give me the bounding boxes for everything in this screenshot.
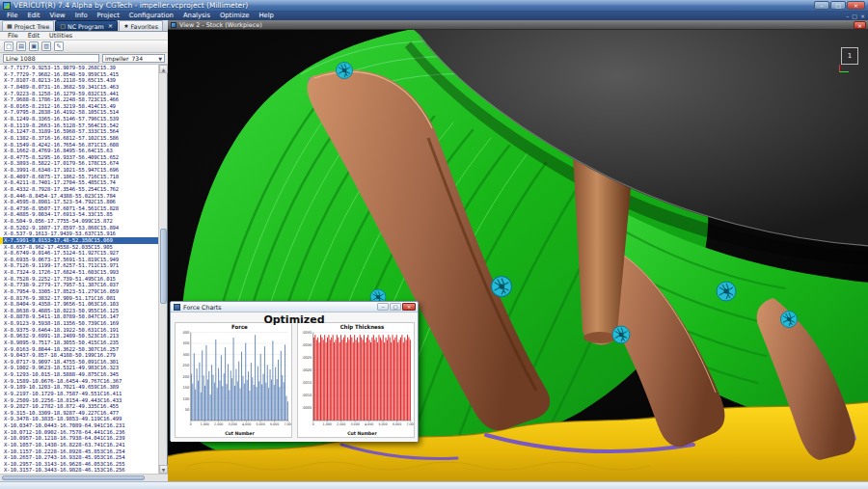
nc-line[interactable]: X-8.7738-9.2779-17.7957-51.387C16.037	[0, 282, 159, 288]
nc-menu-file[interactable]: File	[3, 32, 23, 40]
nc-line[interactable]: X-8.8638-9.4885-18.0223-50.955C16.125	[0, 308, 159, 314]
nc-line[interactable]: X-8.8176-9.3832-17.909-51.171C16.081	[0, 295, 159, 302]
nc-line[interactable]: X-8.4211-8.7401-17.2704-55.485C15.74	[0, 179, 159, 186]
nc-line[interactable]: X-7.9223-8.1258-16.1279-59.032C15.441	[0, 91, 159, 97]
menu-item-analysis[interactable]: Analysis	[178, 12, 215, 20]
nc-line[interactable]: X-10.0957-10.1218-16.7938-64.041C16.239	[0, 435, 159, 442]
nc-menu-utilities[interactable]: Utilities	[44, 32, 77, 40]
nc-horizontal-scrollbar[interactable]	[0, 474, 168, 481]
minimize-button[interactable]: –	[814, 1, 829, 10]
nc-line[interactable]: X-9.1293-10.015-18.5888-49.875C16.345	[0, 371, 159, 378]
nc-line[interactable]: X-8.8878-9.5411-18.0789-50.847C16.147	[0, 313, 159, 320]
nc-line[interactable]: X-9.1589-10.0676-18.6454-49.767C16.367	[0, 378, 159, 385]
nc-line[interactable]: X-8.446-8.8454-17.4388-55.023C15.784	[0, 193, 159, 200]
nc-line[interactable]: X-8.7126-9.1199-17.6257-51.711C15.971	[0, 262, 159, 269]
menu-item-project[interactable]: Project	[93, 12, 124, 20]
nc-line[interactable]: X-10.1157-10.2228-16.8928-45.853C16.254	[0, 448, 159, 455]
nc-line[interactable]: X-8.9632-9.6991-18.2489-50.523C16.213	[0, 333, 159, 340]
nc-line[interactable]: X-7.9795-8.2838-16.4192-58.105C15.514	[0, 109, 159, 116]
nc-line[interactable]: X-8.9123-9.5938-18.1356-50.739C16.169	[0, 320, 159, 327]
nc-line[interactable]: X-8.3991-8.6348-17.1021-55.947C15.696	[0, 167, 159, 174]
nc-line[interactable]: X-10.0347-10.0443-16.7089-64.941C16.231	[0, 422, 159, 429]
program-select[interactable]: impeller_734▼	[102, 54, 165, 63]
menu-item-file[interactable]: File	[2, 12, 22, 20]
menu-item-view[interactable]: View	[45, 12, 70, 20]
nc-line[interactable]: X-8.3893-8.5822-17.0179-56.178C15.674	[0, 160, 159, 167]
nc-line[interactable]: X-7.7177-9.9253-15.9079-59.268C15.39	[0, 65, 159, 71]
nc-line[interactable]: X-8.4097-8.6875-17.1862-55.716C15.718	[0, 174, 159, 180]
edit-icon[interactable]: ✎	[54, 41, 64, 51]
3d-scene[interactable]: 1 Force Charts – ▢ × Optimized 501001502…	[168, 30, 868, 481]
nc-line[interactable]: X-8.1662-8.4769-16.8495-56.64C15.63	[0, 148, 159, 154]
child-minimize-icon[interactable]: –	[846, 12, 849, 20]
chart-minimize-button[interactable]: –	[377, 303, 389, 311]
nc-line[interactable]: X-10.1057-10.1438-16.8228-63.741C16.241	[0, 442, 159, 448]
tab-close-icon[interactable]: ×	[108, 23, 113, 29]
new-file-icon[interactable]: ▢	[4, 41, 14, 51]
maximize-button[interactable]: ▢	[830, 1, 846, 10]
force-charts-window[interactable]: Force Charts – ▢ × Optimized 50100150200…	[170, 301, 419, 442]
scroll-up-icon[interactable]: ▲	[159, 65, 168, 73]
close-button[interactable]: ×	[847, 1, 865, 10]
nc-vertical-scrollbar[interactable]: ▲ ▼	[158, 65, 167, 474]
nc-line[interactable]: X-8.5202-9.1087-17.8597-53.868C15.894	[0, 225, 159, 231]
nc-line[interactable]: X-8.7954-9.3305-17.8523-51.279C16.059	[0, 288, 159, 295]
nc-line[interactable]: X-10.3157-10.3443-16.9828-46.153C16.256	[0, 467, 159, 474]
nc-line[interactable]: X-9.2197-10.1729-18.7587-49.551C16.411	[0, 391, 159, 397]
menu-item-edit[interactable]: Edit	[22, 12, 44, 20]
nc-line[interactable]: X-9.0717-9.9097-18.4755-50.091C16.301	[0, 359, 159, 366]
nc-line[interactable]: X-9.2827-10.2782-18.872-49.335C16.455	[0, 403, 159, 410]
save-icon[interactable]: ▣	[29, 41, 39, 51]
nc-line[interactable]: X-7.5901-9.0153-17.48-52.350C15.069	[0, 237, 159, 244]
menu-item-optimize[interactable]: Optimize	[215, 12, 254, 20]
nc-line[interactable]: X-9.3478-10.3835-18.9853-49.119C16.499	[0, 416, 159, 422]
nc-line[interactable]: X-8.537-9.1613-17.9439-53.637C15.916	[0, 231, 159, 237]
nc-line[interactable]: X-8.1382-8.3716-16.6812-57.102C15.586	[0, 135, 159, 142]
view-close-button[interactable]: ×	[854, 21, 866, 29]
nc-line[interactable]: X-8.1247-8.3189-16.5968-57.333C15.564	[0, 128, 159, 135]
nc-line[interactable]: X-9.2509-10.2256-18.8154-49.443C16.433	[0, 397, 159, 404]
nc-line[interactable]: X-7.9688-8.1786-16.2248-58.723C15.466	[0, 96, 159, 103]
nc-line[interactable]: X-9.1002-9.9623-18.5321-49.983C16.323	[0, 365, 159, 371]
child-restore-icon[interactable]: ▢	[852, 12, 857, 20]
nc-line[interactable]: X-7.7729-7.9682-16.0548-59.959C15.415	[0, 71, 159, 78]
tab-nc-program[interactable]: ▢NC Program×	[55, 20, 118, 31]
nc-line[interactable]: X-10.0712-10.0902-16.7578-64.441C16.236	[0, 429, 159, 436]
nc-line[interactable]: X-9.315-10.3309-18.9287-49.227C16.477	[0, 410, 159, 417]
view-titlebar[interactable]: View 2 - Stock (Workpiece) ×	[168, 20, 868, 30]
nc-line[interactable]: X-8.4775-8.5295-16.9337-56.409C15.652	[0, 154, 159, 161]
scroll-down-icon[interactable]: ▼	[159, 465, 168, 474]
nc-menu-edit[interactable]: Edit	[23, 32, 44, 40]
nc-line[interactable]: X-8.7528-9.2252-17.739-51.495C16.015	[0, 276, 159, 283]
tab-favorites[interactable]: ★Favorites	[119, 20, 163, 31]
nc-line[interactable]: X-8.504-9.056-17.7755-54.099C15.872	[0, 218, 159, 225]
nc-line[interactable]: X-8.1549-8.4242-16.7654-56.871C15.608	[0, 142, 159, 149]
app-titlebar[interactable]: VERICUT(R) 7.4 Alpha by CGTech - impelle…	[0, 0, 868, 12]
open-file-icon[interactable]: ▤	[16, 41, 26, 51]
tab-project-tree[interactable]: ▦Project Tree	[2, 20, 54, 31]
nc-line[interactable]: X-10.2657-10.2743-16.9328-45.953C16.254	[0, 454, 159, 461]
nc-line[interactable]: X-8.4595-8.8981-17.523-54.792C15.806	[0, 199, 159, 205]
goto-line-input[interactable]: Line 1088	[3, 54, 99, 63]
nc-line[interactable]: X-8.4885-9.0034-17.6913-54.33C15.85	[0, 211, 159, 218]
nc-line[interactable]: X-8.9895-9.7517-18.3055-50.415C16.235	[0, 340, 159, 346]
nc-line[interactable]: X-8.6749-9.0146-17.5124-51.927C15.927	[0, 250, 159, 257]
nc-line[interactable]: X-8.7324-9.1726-17.6824-51.603C15.993	[0, 269, 159, 276]
scrollbar-thumb[interactable]	[160, 229, 167, 304]
menu-item-configuration[interactable]: Configuration	[124, 12, 178, 20]
nc-line[interactable]: X-8.0165-8.2312-16.3219-58.414C15.49	[0, 103, 159, 110]
nc-line[interactable]: X-8.657-8.962-17.4558-52.035C15.905	[0, 244, 159, 251]
chart-maximize-button[interactable]: ▢	[390, 303, 401, 311]
nc-line[interactable]: X-8.4736-8.9507-17.6071-54.561C15.828	[0, 205, 159, 212]
nc-line[interactable]: X-9.0163-9.8044-18.3622-50.307C16.257	[0, 346, 159, 353]
nc-line[interactable]: X-9.189-10.1203-18.7021-49.659C16.389	[0, 384, 159, 391]
force-charts-titlebar[interactable]: Force Charts – ▢ ×	[171, 302, 418, 312]
nc-line[interactable]: X-8.8404-9.4358-17.9656-51.063C16.103	[0, 301, 159, 308]
nc-line[interactable]: X-8.6935-9.0673-17.5691-51.819C15.949	[0, 257, 159, 263]
nc-line[interactable]: X-8.9375-9.6464-18.1922-50.631C16.191	[0, 327, 159, 334]
nc-line[interactable]: X-7.8107-8.0213-16.2118-59.65C15.439	[0, 77, 159, 84]
chart-close-button[interactable]: ×	[402, 303, 416, 311]
print-icon[interactable]: ▥	[41, 41, 51, 51]
nc-line-list[interactable]: X-7.7177-9.9253-15.9079-59.268C15.39X-7.…	[0, 65, 159, 474]
nc-line[interactable]: X-10.2957-10.3143-16.9628-46.053C16.255	[0, 461, 159, 468]
